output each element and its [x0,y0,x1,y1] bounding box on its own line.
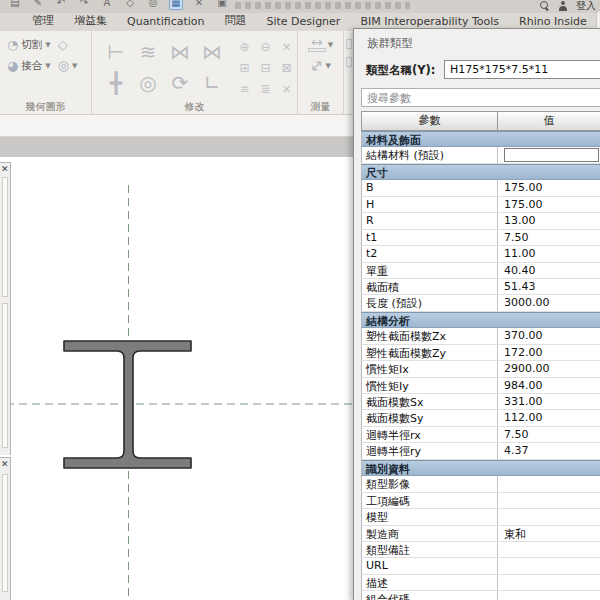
value-cell[interactable]: 4.37 [498,443,600,458]
value-cell[interactable]: 3000.00 [498,295,600,310]
sign-in-button[interactable]: 登入 [576,0,596,13]
table-row[interactable]: 長度 (預設)3000.00 [361,295,600,311]
param-cell[interactable]: 工項編碼 [362,493,498,508]
cut-button[interactable]: ◔ 切割 ▼ ◇ [0,31,91,52]
value-cell[interactable]: 7.50 [498,230,600,245]
properties-palette-edge[interactable]: ✕ [0,162,11,455]
value-cell[interactable] [498,476,600,491]
ibeam-profile[interactable] [64,341,191,468]
redo-icon[interactable]: ↷ [77,0,91,10]
tab-增益集[interactable]: 增益集 [64,11,117,31]
param-cell[interactable]: 類型備註 [362,542,498,557]
table-row[interactable]: 類型備註 [361,542,600,558]
pin-icon[interactable]: ⊠ [276,57,297,78]
close-icon[interactable]: ✕ [1,165,9,174]
table-row[interactable]: 模型 [361,509,600,525]
param-cell[interactable]: 迴轉半徑rx [362,427,498,442]
value-cell[interactable] [498,575,600,590]
value-cell[interactable] [498,558,600,573]
switch-windows-icon[interactable]: ▣ [215,0,229,10]
mirror-draw-axis-icon[interactable]: ⋈ [196,36,228,67]
measure-button[interactable]: ↔ ▼ [298,37,343,52]
param-cell[interactable]: B [362,180,498,195]
search-icon[interactable] [540,1,550,11]
value-cell[interactable] [498,542,600,557]
table-row[interactable]: 組合代碼 [361,591,600,600]
close-icon[interactable]: ✕ [1,460,9,469]
value-cell[interactable] [498,509,600,524]
table-row[interactable]: R13.00 [361,213,600,229]
undo-icon[interactable]: ↶ [54,0,68,10]
mirror-pick-axis-icon[interactable]: ⋈ [164,36,196,67]
table-row[interactable]: t17.50 [361,230,600,246]
value-cell[interactable]: 7.50 [498,427,600,442]
param-cell[interactable]: 單重 [362,263,498,278]
value-cell[interactable]: 175.00 [498,197,600,212]
user-account-icon[interactable] [558,1,568,11]
unpin-icon[interactable]: × [276,36,297,57]
trim-multiple-icon[interactable]: ≣ [255,78,276,99]
rotate-icon[interactable]: ⟳ [164,67,196,98]
aligned-dimension-button[interactable]: ↔ ▼ [298,58,343,74]
trim-extend-icon[interactable]: ∟ [196,67,228,98]
search-parameters-input[interactable]: 搜尋參數 [361,88,600,107]
param-cell[interactable]: 截面積 [362,279,498,294]
table-row[interactable]: 截面模數Sx331.00 [361,394,600,410]
param-cell[interactable]: 迴轉半徑ry [362,443,498,458]
param-cell[interactable]: 塑性截面模數Zx [362,328,498,343]
param-cell[interactable]: 慣性矩Iy [362,378,498,393]
table-row[interactable]: 截面模數Sy112.00 [361,410,600,426]
project-browser-palette-edge[interactable]: ✕ [0,457,11,600]
tag-icon[interactable]: ◎ [146,0,160,10]
table-row[interactable]: 塑性截面模數Zy172.00 [361,345,600,361]
table-row[interactable]: 製造商東和 [361,526,600,542]
value-cell[interactable]: 172.00 [498,345,600,360]
param-cell[interactable]: 慣性矩Ix [362,361,498,376]
value-cell[interactable]: 51.43 [498,279,600,294]
tab-問題[interactable]: 問題 [215,11,257,31]
chevron-down-icon[interactable]: ▼ [72,62,77,70]
move-icon[interactable]: ╋ [100,67,132,98]
value-cell[interactable]: 112.00 [498,410,600,425]
table-row[interactable]: 塑性截面模數Zx370.00 [361,328,600,344]
value-cell[interactable]: 11.00 [498,246,600,261]
value-cell[interactable]: 331.00 [498,394,600,409]
value-cell[interactable]: 175.00 [498,180,600,195]
table-row[interactable]: 結構材料 (預設) [361,147,600,163]
chevron-down-icon[interactable]: ▼ [328,41,333,49]
param-cell[interactable]: 模型 [362,509,498,524]
value-cell[interactable]: 370.00 [498,328,600,343]
value-cell[interactable]: 13.00 [498,213,600,228]
table-row[interactable]: 慣性矩Ix2900.00 [361,361,600,377]
paint-icon[interactable]: ◎ [58,58,69,73]
table-row[interactable]: 迴轉半徑ry4.37 [361,443,600,459]
table-row[interactable]: 截面積51.43 [361,279,600,295]
text-icon[interactable]: A [100,0,114,10]
table-row[interactable]: 慣性矩Iy984.00 [361,378,600,394]
table-row[interactable]: 單重40.40 [361,263,600,279]
param-cell[interactable]: R [362,213,498,228]
join-button[interactable]: ◕ 接合 ▼ ◎ ▼ [0,52,91,73]
value-cell[interactable]: 40.40 [498,263,600,278]
param-cell[interactable]: 塑性截面模數Zy [362,345,498,360]
table-row[interactable]: H175.00 [361,197,600,213]
split-with-gap-icon[interactable]: ⊖ [255,36,276,57]
copy-icon[interactable]: ◎ [132,67,164,98]
structural-material-input[interactable] [504,148,599,162]
table-row[interactable]: t211.00 [361,246,600,262]
param-cell[interactable]: t2 [362,246,498,261]
table-row[interactable]: B175.00 [361,180,600,196]
scale-icon[interactable]: ⊟ [255,57,276,78]
trim-single-icon[interactable]: ≡ [234,78,255,99]
delete-icon[interactable]: × [276,78,297,99]
value-cell[interactable] [498,147,600,162]
param-cell[interactable]: H [362,197,498,212]
value-cell[interactable]: 984.00 [498,378,600,393]
chevron-down-icon[interactable]: ▼ [45,62,50,70]
param-cell[interactable]: t1 [362,230,498,245]
array-icon[interactable]: ⊞ [234,57,255,78]
param-cell[interactable]: 長度 (預設) [362,295,498,310]
table-row[interactable]: URL [361,558,600,574]
type-name-combobox[interactable]: H175*175*7.5*11 [444,60,600,79]
value-cell[interactable] [498,493,600,508]
